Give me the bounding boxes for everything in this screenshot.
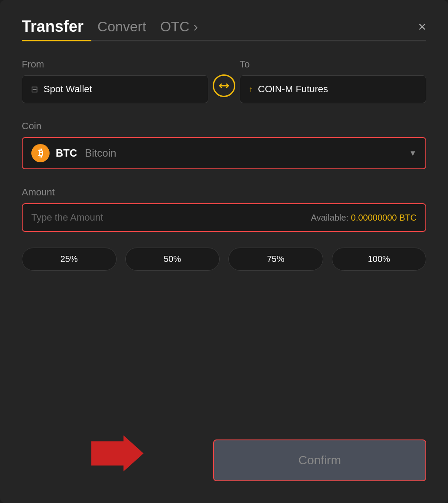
btc-icon: ₿	[31, 144, 50, 162]
available-text: Available: 0.00000000 BTC	[311, 213, 417, 223]
coin-full-name: Bitcoin	[85, 147, 116, 159]
percentage-row: 25% 50% 75% 100%	[22, 248, 426, 271]
close-button[interactable]: ×	[418, 20, 426, 34]
pct-50-button[interactable]: 50%	[125, 248, 220, 271]
to-wallet-label: COIN-M Futures	[258, 84, 328, 95]
tab-underline-row	[22, 40, 426, 41]
confirm-button[interactable]: Confirm	[213, 439, 426, 481]
coin-selector[interactable]: ₿ BTC Bitcoin ▼	[22, 137, 426, 169]
from-to-row: From ⊟ Spot Wallet To ↑ COIN-M Futures	[22, 59, 426, 103]
amount-label: Amount	[22, 187, 426, 198]
swap-button[interactable]	[213, 74, 235, 97]
coin-section: Coin ₿ BTC Bitcoin ▼	[22, 121, 426, 169]
svg-marker-0	[91, 435, 144, 471]
amount-box: Available: 0.00000000 BTC	[22, 203, 426, 232]
from-section: From ⊟ Spot Wallet	[22, 59, 208, 103]
to-section: To ↑ COIN-M Futures	[240, 59, 426, 103]
bottom-section: Confirm	[22, 439, 426, 481]
coin-symbol: BTC	[56, 147, 77, 159]
red-arrow-icon	[91, 432, 144, 475]
coin-label: Coin	[22, 121, 426, 132]
from-wallet-label: Spot Wallet	[43, 84, 92, 95]
tab-otc[interactable]: OTC ›	[160, 19, 198, 35]
to-label: To	[240, 59, 426, 70]
available-label: Available:	[311, 213, 348, 222]
chevron-down-icon: ▼	[409, 149, 417, 158]
swap-icon	[218, 80, 230, 91]
tab-underline-active	[22, 40, 91, 41]
tab-convert[interactable]: Convert	[97, 19, 146, 35]
amount-section: Amount Available: 0.00000000 BTC	[22, 187, 426, 232]
modal-header: Transfer Convert OTC › ×	[22, 17, 426, 36]
transfer-modal: Transfer Convert OTC › × From ⊟ Spot Wal…	[0, 0, 448, 503]
futures-icon: ↑	[249, 85, 253, 94]
from-wallet-box[interactable]: ⊟ Spot Wallet	[22, 75, 208, 103]
swap-btn-container	[208, 74, 240, 103]
pct-100-button[interactable]: 100%	[332, 248, 427, 271]
to-wallet-box[interactable]: ↑ COIN-M Futures	[240, 75, 426, 103]
available-amount: 0.00000000 BTC	[351, 213, 417, 222]
arrow-indicator	[91, 432, 144, 477]
tab-transfer[interactable]: Transfer	[22, 17, 84, 36]
pct-75-button[interactable]: 75%	[228, 248, 323, 271]
amount-input[interactable]	[31, 212, 311, 223]
from-label: From	[22, 59, 208, 70]
wallet-card-icon: ⊟	[31, 84, 38, 94]
pct-25-button[interactable]: 25%	[22, 248, 117, 271]
